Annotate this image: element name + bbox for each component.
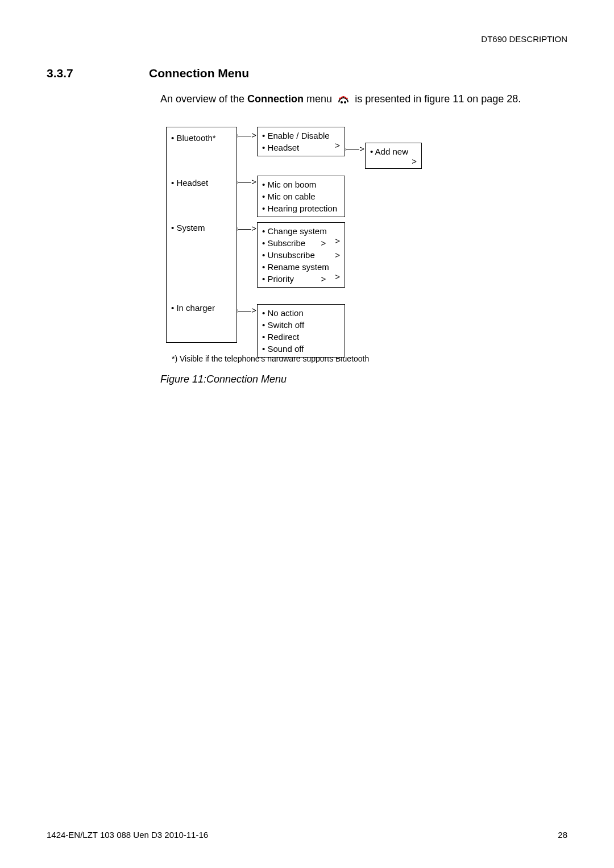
sys-rename-label: Rename system	[262, 262, 329, 272]
bluetooth-sub-box: Enable / Disable> Headset	[257, 127, 345, 156]
sys-rename: Rename system>	[262, 261, 340, 273]
arrow-system	[238, 229, 251, 230]
page-footer: 1424-EN/LZT 103 088 Uen D3 2010-11-16 28	[47, 830, 567, 840]
connection-icon	[337, 93, 350, 105]
chevron-right-icon: >	[335, 236, 340, 246]
ic-redirect: Redirect	[262, 331, 340, 343]
footnote: *) Visible if the telephone's hardware s…	[172, 354, 567, 363]
bt-enable: Enable / Disable>	[262, 130, 340, 142]
headset-sub-box: Mic on boom Mic on cable Hearing protect…	[257, 176, 345, 217]
intro-bold: Connection	[247, 93, 304, 105]
sys-change: Change system>	[262, 225, 340, 237]
svg-point-1	[344, 101, 346, 103]
sys-unsubscribe: Unsubscribe>	[262, 249, 340, 261]
arrow-bluetooth	[238, 136, 251, 136]
bt-enable-label: Enable / Disable	[262, 131, 330, 140]
running-header: DT690 DESCRIPTION	[47, 34, 567, 44]
addnew-label: Add new	[370, 147, 408, 156]
chevron-right-icon: >	[321, 238, 326, 248]
sys-priority-label: Priority	[262, 274, 294, 284]
footer-left: 1424-EN/LZT 103 088 Uen D3 2010-11-16	[47, 830, 208, 840]
intro-paragraph: An overview of the Connection menu is pr…	[160, 92, 567, 107]
sys-subscribe: Subscribe>	[262, 237, 340, 249]
intro-t1: An overview of the	[160, 93, 247, 105]
ic-switchoff: Switch off	[262, 319, 340, 331]
system-sub-box: Change system> Subscribe> Unsubscribe> R…	[257, 222, 345, 288]
chevron-right-icon: >	[335, 140, 340, 150]
hs-miccable: Mic on cable	[262, 190, 340, 202]
hs-micboom: Mic on boom	[262, 178, 340, 190]
figure-caption: Figure 11:Connection Menu	[160, 373, 567, 385]
sys-change-label: Change system	[262, 226, 327, 236]
content-column: An overview of the Connection menu is pr…	[160, 92, 567, 348]
chevron-right-icon: >	[412, 156, 417, 166]
sys-priority: Priority>	[262, 273, 340, 285]
addnew-box: Add new>	[365, 143, 422, 169]
incharger-sub-box: No action Switch off Redirect Sound off	[257, 304, 345, 358]
header-text: DT690 DESCRIPTION	[481, 34, 567, 44]
bt-headset: Headset	[262, 142, 340, 153]
col1-box: Bluetooth* Headset System In charger	[166, 127, 237, 343]
sys-unsubscribe-label: Unsubscribe	[262, 250, 315, 260]
chevron-right-icon: >	[335, 250, 340, 260]
arrow-headset	[238, 182, 251, 183]
item-incharger: In charger	[171, 302, 232, 314]
intro-t2: menu	[304, 93, 335, 105]
intro-t3: is presented in figure 11 on page 28.	[355, 93, 521, 105]
ic-soundoff: Sound off	[262, 343, 340, 355]
section-heading: 3.3.7 Connection Menu	[47, 67, 567, 80]
footer-page-number: 28	[558, 830, 567, 840]
ic-noaction: No action	[262, 307, 340, 319]
arrow-incharger	[238, 311, 251, 312]
chevron-right-icon: >	[321, 274, 326, 284]
section-number: 3.3.7	[47, 67, 86, 80]
item-headset: Headset	[171, 177, 232, 189]
chevron-right-icon: >	[335, 272, 340, 281]
item-system: System	[171, 222, 232, 234]
sys-subscribe-label: Subscribe	[262, 238, 305, 248]
arrow-addnew	[346, 149, 359, 150]
section-title: Connection Menu	[149, 67, 249, 80]
svg-point-0	[341, 101, 343, 103]
item-bluetooth: Bluetooth*	[171, 132, 232, 144]
menu-diagram: Bluetooth* Headset System In charger Ena…	[166, 127, 518, 348]
caption-column: *) Visible if the telephone's hardware s…	[160, 354, 567, 385]
hs-hearing: Hearing protection	[262, 202, 340, 214]
bt-headset-label: Headset	[262, 143, 299, 152]
addnew-item: Add new>	[370, 146, 417, 157]
